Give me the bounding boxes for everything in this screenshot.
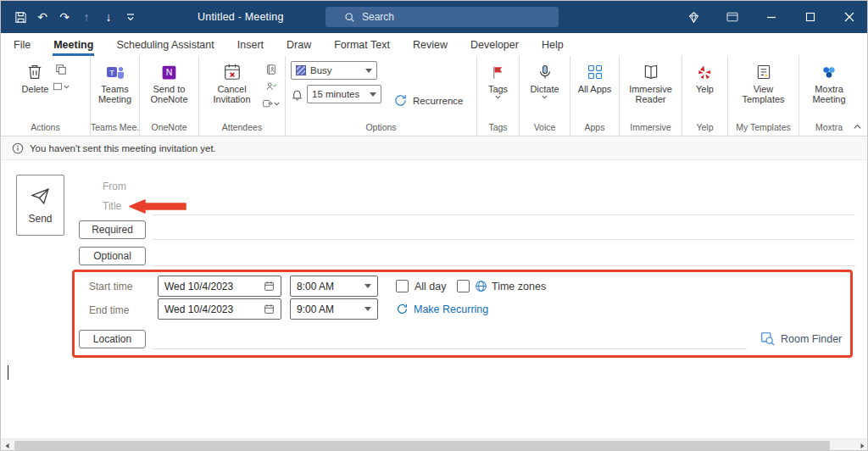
start-time-picker[interactable]: 8:00 AM — [290, 276, 378, 297]
time-zones-checkbox[interactable] — [457, 280, 470, 292]
minimize-button[interactable] — [752, 1, 791, 33]
view-templates-button[interactable]: View Templates — [736, 58, 792, 107]
tags-chevron-icon — [495, 95, 501, 99]
tab-draw[interactable]: Draw — [286, 33, 312, 56]
view-templates-label: View Templates — [737, 84, 790, 104]
from-label[interactable]: From — [103, 181, 126, 192]
location-button[interactable]: Location — [79, 330, 146, 348]
recurrence-button[interactable]: Recurrence — [388, 90, 468, 111]
flag-icon — [490, 61, 506, 83]
address-book-icon[interactable] — [262, 62, 281, 77]
up-arrow-icon[interactable]: ↑ — [75, 5, 97, 29]
more-actions-icon[interactable] — [52, 79, 70, 94]
response-options-icon[interactable] — [262, 79, 281, 94]
teams-icon: T — [105, 61, 125, 83]
actions-small-buttons — [52, 58, 70, 94]
optional-button[interactable]: Optional — [79, 247, 146, 265]
undo-icon[interactable]: ↶ — [31, 5, 53, 29]
meeting-form: Send From Title Required Optional Start … — [1, 160, 868, 360]
cancel-invitation-label: Cancel Invitation — [206, 84, 259, 104]
ribbon-group-label-tags: Tags — [477, 121, 519, 136]
teams-meeting-button[interactable]: T Teams Meeting — [91, 58, 139, 107]
tab-file[interactable]: File — [13, 33, 31, 56]
start-time-value: 8:00 AM — [297, 281, 364, 292]
immersive-reader-label: Immersive Reader — [625, 84, 677, 104]
globe-icon — [475, 280, 487, 292]
window-title: Untitled - Meeting — [198, 1, 284, 33]
tab-scheduling-assistant[interactable]: Scheduling Assistant — [115, 33, 214, 56]
microphone-icon — [537, 61, 554, 83]
message-body[interactable] — [1, 360, 868, 438]
optional-field-underline[interactable] — [153, 265, 855, 266]
save-icon[interactable] — [9, 5, 31, 29]
moxtra-meeting-label: Moxtra Meeting — [803, 84, 855, 104]
delete-button[interactable]: Delete — [20, 58, 51, 97]
search-placeholder: Search — [362, 11, 394, 23]
horizontal-scrollbar[interactable] — [1, 438, 868, 451]
scroll-left-icon[interactable] — [1, 439, 14, 451]
reminder-dropdown[interactable]: 15 minutes — [307, 85, 381, 103]
cancel-invitation-button[interactable]: Cancel Invitation — [204, 58, 260, 107]
tab-meeting[interactable]: Meeting — [53, 33, 94, 56]
required-button[interactable]: Required — [79, 220, 146, 239]
all-day-checkbox[interactable] — [396, 280, 409, 292]
search-box[interactable]: Search — [326, 7, 559, 27]
move-icon[interactable] — [52, 62, 70, 77]
redo-icon[interactable]: ↷ — [53, 5, 75, 29]
room-finder-label: Room Finder — [781, 333, 842, 345]
location-field-underline[interactable] — [153, 348, 747, 349]
end-time-label: End time — [89, 304, 129, 316]
start-time-label: Start time — [89, 281, 132, 292]
end-date-value: Wed 10/4/2023 — [164, 303, 264, 315]
title-field-underline[interactable] — [153, 214, 855, 215]
yelp-button[interactable]: Yelp — [694, 58, 715, 97]
tab-review[interactable]: Review — [412, 33, 448, 56]
tab-help[interactable]: Help — [541, 33, 565, 56]
title-label[interactable]: Title — [103, 200, 121, 212]
all-apps-button[interactable]: All Apps — [576, 58, 614, 97]
down-arrow-icon[interactable]: ↓ — [97, 5, 120, 29]
dictate-button[interactable]: Dictate — [528, 58, 560, 102]
room-finder-button[interactable]: Room Finder — [760, 331, 842, 346]
show-as-dropdown[interactable]: Busy — [291, 61, 377, 80]
tab-developer[interactable]: Developer — [470, 33, 520, 56]
start-date-picker[interactable]: Wed 10/4/2023 — [158, 276, 281, 297]
reminder-dropdown-arrow-icon — [370, 92, 376, 97]
ribbon-group-attendees: Cancel Invitation Attendees — [199, 56, 286, 136]
templates-icon — [755, 61, 772, 83]
scroll-right-icon[interactable] — [855, 439, 868, 451]
svg-text:T: T — [109, 69, 114, 77]
ribbon-group-my-templates: View Templates My Templates — [728, 56, 799, 136]
forward-icon[interactable] — [262, 96, 281, 111]
delete-label: Delete — [22, 84, 49, 94]
ribbon-group-options: Busy 15 minutes Recurrence — [286, 56, 477, 136]
yelp-label: Yelp — [696, 84, 714, 94]
tab-insert[interactable]: Insert — [236, 33, 264, 56]
cancel-invitation-icon — [223, 61, 242, 83]
send-button[interactable]: Send — [16, 175, 64, 236]
show-as-value: Busy — [310, 65, 332, 75]
send-to-onenote-button[interactable]: N Send to OneNote — [142, 58, 198, 107]
coming-soon-gem-icon[interactable] — [674, 1, 713, 33]
moxtra-meeting-button[interactable]: Moxtra Meeting — [801, 58, 857, 107]
close-button[interactable] — [830, 1, 868, 33]
make-recurring-link[interactable]: Make Recurring — [414, 303, 488, 315]
ribbon-group-label-options: Options — [286, 121, 476, 136]
tags-button[interactable]: Tags — [487, 58, 509, 102]
end-date-picker[interactable]: Wed 10/4/2023 — [158, 298, 281, 320]
svg-text:N: N — [166, 67, 173, 77]
immersive-reader-button[interactable]: Immersive Reader — [623, 58, 679, 107]
collapse-ribbon-icon[interactable] — [849, 120, 865, 133]
scrollbar-thumb[interactable] — [14, 441, 830, 450]
tab-format-text[interactable]: Format Text — [333, 33, 391, 56]
ad-window-icon[interactable] — [713, 1, 752, 33]
maximize-button[interactable] — [791, 1, 830, 33]
calendar-icon — [264, 281, 275, 292]
all-day-label[interactable]: All day — [415, 281, 447, 292]
ribbon-group-label-onenote: OneNote — [140, 121, 198, 136]
required-field-underline[interactable] — [153, 239, 855, 240]
time-zones-label[interactable]: Time zones — [492, 281, 546, 292]
end-time-picker[interactable]: 9:00 AM — [290, 298, 378, 320]
customize-toolbar-icon[interactable] — [120, 5, 142, 29]
ribbon-group-label-yelp: Yelp — [682, 121, 727, 136]
